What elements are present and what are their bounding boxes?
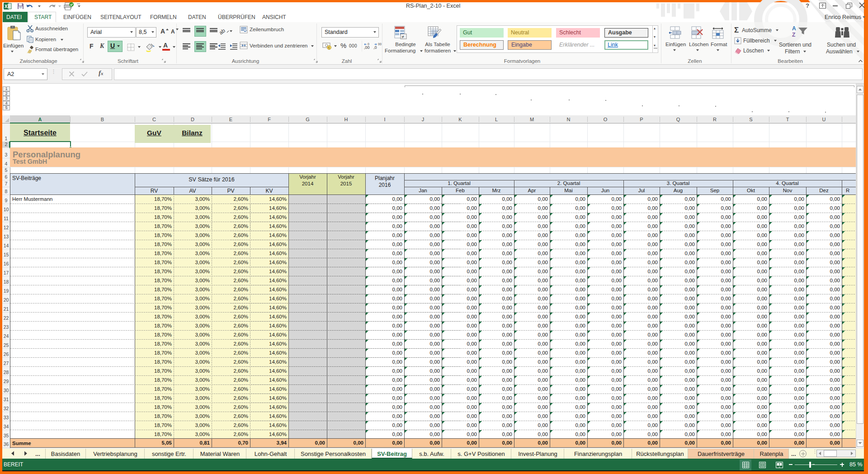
svg-text:,0: ,0 — [373, 45, 377, 50]
svg-text:X: X — [5, 4, 8, 9]
svg-text:,00: ,00 — [364, 45, 370, 50]
svg-text:≠: ≠ — [402, 34, 405, 39]
svg-text:€: € — [328, 46, 330, 49]
svg-text:0: 0 — [368, 43, 369, 46]
svg-text:00: 00 — [378, 43, 382, 46]
svg-text:ab: ab — [220, 27, 226, 35]
